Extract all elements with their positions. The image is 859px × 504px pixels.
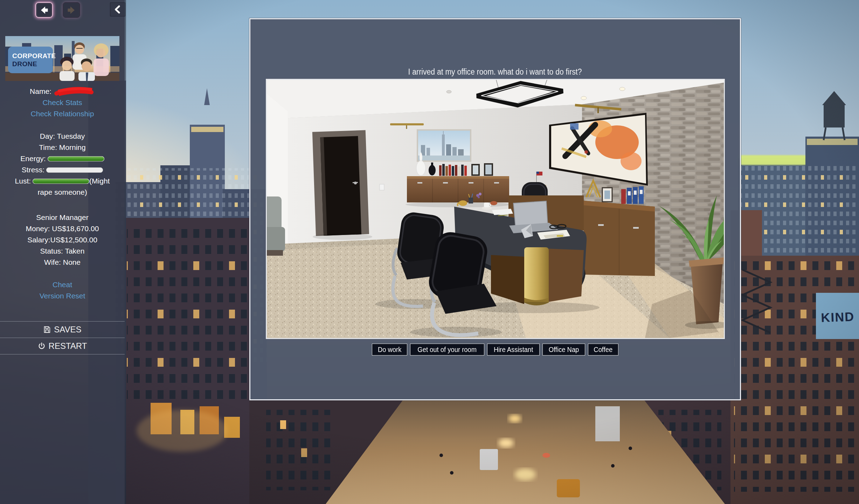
saves-label: SAVES [54, 324, 81, 335]
logo-title: CORPORATE DRONE [8, 47, 53, 73]
money-text: Money: US$18,670.00 [10, 223, 115, 234]
sidebar: CORPORATE DRONE Name: Check Stats Check … [0, 0, 125, 504]
salary-text: Salary:US$12,500.00 [10, 234, 115, 246]
wife-text: Wife: None [10, 257, 115, 268]
choice-bar: Do work Get out of your room Hire Assist… [250, 344, 740, 355]
chevron-left-icon [113, 5, 123, 14]
energy-label: Energy: [20, 154, 46, 163]
energy-meter [48, 156, 104, 161]
choice-hire-assistant[interactable]: Hire Assistant [487, 344, 540, 355]
day-text: Day: Tuesday [10, 131, 115, 142]
choice-do-work[interactable]: Do work [372, 344, 407, 355]
arrow-right-icon [66, 5, 77, 15]
story-text: I arrived at my office room. what do i w… [250, 67, 740, 77]
choice-coffee[interactable]: Coffee [588, 344, 618, 355]
check-relationship-link[interactable]: Check Relationship [0, 108, 125, 119]
choice-office-nap[interactable]: Office Nap [542, 344, 585, 355]
game-logo-banner: CORPORATE DRONE [5, 36, 119, 81]
job-block: Senior Manager Money: US$18,670.00 Salar… [10, 212, 115, 268]
power-icon [38, 342, 46, 350]
lust-row: Lust:(Might rape someone) [10, 175, 115, 198]
relationship-status-text: Status: Taken [10, 246, 115, 257]
restart-label: RESTART [49, 340, 87, 352]
stress-meter [46, 167, 103, 173]
history-nav [0, 0, 125, 20]
name-redaction-scribble [53, 86, 95, 97]
system-menu: SAVES RESTART [0, 321, 125, 354]
check-stats-link[interactable]: Check Stats [0, 97, 125, 108]
links-block: Cheat Version Reset [0, 279, 125, 302]
saves-button[interactable]: SAVES [0, 321, 125, 338]
office-door [312, 130, 369, 236]
forward-button[interactable] [63, 2, 80, 18]
passage-dialog: I arrived at my office room. what do i w… [249, 18, 741, 400]
restart-button[interactable]: RESTART [0, 338, 125, 354]
office-room-image [266, 79, 725, 339]
stress-row: Stress: [10, 164, 115, 175]
game-screen: KIND [0, 0, 859, 504]
time-text: Time: Morning [10, 142, 115, 153]
logo-line1: CORPORATE [12, 52, 56, 60]
stress-label: Stress: [22, 166, 44, 174]
floppy-disk-icon [43, 326, 51, 333]
arrow-left-icon [39, 5, 49, 15]
version-reset-link[interactable]: Version Reset [0, 290, 125, 302]
cheat-link[interactable]: Cheat [0, 279, 125, 290]
collapse-sidebar-button[interactable] [110, 2, 125, 16]
choice-get-out-of-room[interactable]: Get out of your room [410, 344, 484, 355]
player-name-row: Name: [0, 86, 125, 97]
energy-row: Energy: [10, 153, 115, 164]
logo-line2: DRONE [12, 60, 37, 68]
job-title: Senior Manager [10, 212, 115, 223]
status-block: Day: Tuesday Time: Morning Energy: Stres… [10, 131, 115, 198]
name-label: Name: [30, 86, 51, 97]
office-room-art [267, 80, 724, 338]
lust-meter [33, 179, 89, 184]
back-button[interactable] [35, 2, 53, 18]
lust-label: Lust: [15, 177, 31, 185]
